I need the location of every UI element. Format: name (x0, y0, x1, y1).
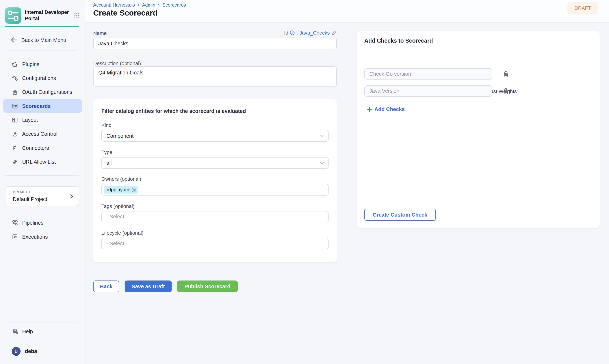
owner-chip-label: idpplayacc (107, 187, 130, 193)
plugins-icon (12, 61, 18, 67)
page-header: Account: Harness.io › Admin › Scorecards… (85, 0, 609, 23)
sidebar-item-label: Connectors (22, 145, 49, 151)
lifecycle-input[interactable] (101, 238, 329, 249)
breadcrumb-account-link[interactable]: Account: Harness.io (93, 2, 135, 8)
sidebar-item-label: Plugins (22, 61, 39, 67)
breadcrumb-separator-icon: › (158, 1, 160, 8)
sidebar-item-scorecards[interactable]: Scorecards (3, 99, 82, 113)
sidebar-item-executions[interactable]: Executions (3, 230, 82, 244)
sidebar-item-url-allow-list[interactable]: URL Allow List (3, 155, 82, 169)
chevron-down-icon (320, 161, 324, 165)
user-name: deba (25, 348, 37, 354)
save-as-draft-button[interactable]: Save as Draft (125, 281, 172, 292)
help-button[interactable]: ? Help (3, 325, 82, 338)
edit-pencil-icon[interactable] (331, 30, 337, 36)
name-input[interactable] (93, 38, 337, 49)
delete-check-icon[interactable] (503, 70, 510, 78)
id-label: Id (284, 30, 288, 36)
project-selector[interactable]: PROJECT Default Project (5, 186, 79, 206)
layout-icon (12, 117, 18, 123)
sidebar-item-pipelines[interactable]: Pipelines (3, 216, 82, 230)
app-title: Internal Developer Portal (25, 9, 74, 22)
sidebar-item-layout[interactable]: Layout (3, 113, 82, 127)
name-label: Name (93, 30, 107, 36)
delete-check-icon[interactable] (503, 87, 510, 95)
idp-logo-icon (5, 7, 21, 24)
sidebar-divider (5, 175, 79, 176)
app-logo-row: Internal Developer Portal (5, 7, 80, 25)
person-icon (12, 130, 18, 137)
sidebar-item-access-control[interactable]: Access Control (3, 127, 82, 141)
tags-input[interactable] (101, 211, 329, 222)
connectors-icon (12, 144, 18, 151)
sidebar-item-plugins[interactable]: Plugins (3, 57, 82, 71)
page-title: Create Scorecard (93, 9, 158, 18)
owner-chip: idpplayacc (104, 186, 138, 194)
create-custom-check-button[interactable]: Create Custom Check (364, 209, 436, 221)
lock-icon (12, 89, 18, 95)
plus-icon (367, 107, 372, 112)
brand-underline (5, 26, 79, 27)
sidebar: Internal Developer Portal Back to Main M… (0, 0, 85, 364)
owners-input[interactable]: idpplayacc (101, 184, 329, 195)
sidebar-item-label: Layout (22, 117, 38, 123)
create-scorecard-page: Internal Developer Portal Back to Main M… (0, 0, 609, 364)
kind-value: Component (106, 133, 134, 139)
info-icon[interactable] (290, 30, 295, 35)
kind-label: Kind (101, 122, 111, 128)
help-label: Help (22, 328, 33, 334)
back-to-main-menu-label: Back to Main Menu (21, 37, 66, 43)
configurations-icon (12, 75, 18, 81)
scorecard-id-value[interactable]: Java_Checks (299, 30, 330, 36)
breadcrumb-scorecards-link[interactable]: Scorecards (162, 2, 186, 8)
sidebar-item-configurations[interactable]: Configurations (3, 71, 82, 85)
project-label: PROJECT (13, 190, 31, 194)
help-icon: ? (12, 328, 18, 335)
back-arrow-icon (11, 37, 17, 43)
owners-label: Owners (optional) (101, 176, 141, 182)
filter-card: Filter catalog entities for which the sc… (93, 99, 337, 262)
pipelines-icon (12, 220, 18, 226)
sidebar-item-oauth-configurations[interactable]: OAuth Configurations (3, 85, 82, 99)
sidebar-item-label: Access Control (22, 131, 57, 137)
check-input-java-version[interactable] (364, 85, 492, 97)
check-input-go-version[interactable] (364, 68, 492, 79)
type-select[interactable]: all (101, 157, 329, 169)
chevron-right-icon (69, 193, 74, 199)
filter-heading: Filter catalog entities for which the sc… (101, 108, 246, 114)
add-checks-panel: Add Checks to Scorecard Check Name Adjus… (357, 31, 600, 228)
sidebar-item-label: Executions (22, 234, 48, 240)
kind-select[interactable]: Component (101, 130, 329, 142)
sidebar-nav: Plugins Configurations OAuth Configurati… (3, 57, 82, 169)
app-grid-icon[interactable] (74, 12, 80, 18)
sidebar-item-label: URL Allow List (22, 159, 56, 165)
svg-text:?: ? (14, 329, 16, 333)
back-to-main-menu[interactable]: Back to Main Menu (5, 34, 79, 51)
publish-scorecard-button[interactable]: Publish Scorecard (177, 281, 238, 292)
breadcrumb: Account: Harness.io › Admin › Scorecards (93, 2, 186, 8)
sidebar-item-connectors[interactable]: Connectors (3, 141, 82, 155)
add-checks-button[interactable]: Add Checks (367, 106, 405, 112)
type-label: Type (101, 149, 112, 155)
sidebar-nav-secondary: Pipelines Executions (3, 216, 82, 244)
link-icon (12, 158, 18, 165)
add-checks-heading: Add Checks to Scorecard (364, 38, 433, 44)
type-value: all (106, 160, 112, 166)
id-colon: : (297, 30, 298, 36)
executions-icon (12, 234, 18, 240)
sidebar-item-label: Configurations (22, 75, 56, 81)
sidebar-divider-bottom (5, 322, 79, 323)
breadcrumb-admin-link[interactable]: Admin (142, 2, 155, 8)
description-input[interactable]: Q4 Migration Goals (93, 66, 337, 87)
lifecycle-label: Lifecycle (optional) (101, 230, 144, 236)
description-label: Description (optional) (93, 61, 141, 66)
chip-remove-icon[interactable] (131, 187, 136, 192)
sidebar-item-label: Pipelines (22, 220, 43, 226)
user-avatar: D (12, 347, 21, 356)
user-menu[interactable]: D deba (3, 345, 82, 358)
chevron-down-icon (320, 133, 324, 138)
breadcrumb-separator-icon: › (138, 1, 139, 8)
back-button[interactable]: Back (93, 281, 119, 292)
draft-status-badge: DRAFT (568, 2, 598, 14)
add-checks-label: Add Checks (374, 106, 405, 112)
